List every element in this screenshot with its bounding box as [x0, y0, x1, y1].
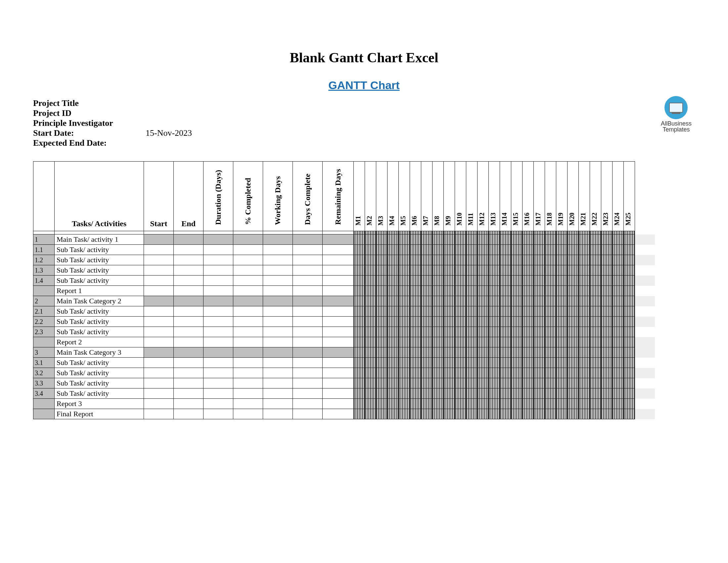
gantt-cell	[523, 275, 534, 286]
row-value	[233, 389, 263, 399]
gantt-cell	[601, 389, 613, 399]
gantt-cell	[534, 378, 545, 389]
col-month-3: M3	[376, 162, 387, 231]
gantt-cell	[478, 389, 489, 399]
row-id: 3.4	[33, 389, 55, 399]
gantt-cell	[568, 275, 579, 286]
row-value	[144, 296, 174, 306]
gantt-cell	[579, 358, 590, 368]
gantt-cell	[455, 245, 466, 255]
gantt-cell	[556, 409, 568, 419]
row-value	[204, 409, 233, 419]
gantt-cell	[556, 296, 568, 306]
row-task: Report 2	[55, 337, 144, 348]
row-value	[293, 317, 323, 327]
gantt-cell	[568, 317, 579, 327]
gantt-cell	[399, 306, 410, 317]
row-value	[323, 317, 354, 327]
gantt-cell	[444, 399, 455, 409]
gantt-cell	[466, 348, 478, 358]
gantt-cell	[432, 265, 444, 275]
row-value	[263, 409, 293, 419]
gantt-cell	[399, 327, 410, 337]
gantt-cell	[410, 286, 421, 296]
gantt-cell	[590, 317, 601, 327]
row-value	[323, 245, 354, 255]
row-value	[233, 337, 263, 348]
gantt-cell	[579, 317, 590, 327]
row-value	[174, 368, 204, 378]
row-value	[293, 245, 323, 255]
gantt-cell	[354, 296, 365, 306]
gantt-subtitle-link[interactable]: GANTT Chart	[33, 79, 695, 92]
gantt-cell	[410, 389, 421, 399]
gantt-cell	[432, 358, 444, 368]
gantt-cell	[511, 317, 523, 327]
row-value	[144, 348, 174, 358]
gantt-cell	[613, 245, 624, 255]
gantt-cell	[410, 234, 421, 245]
gantt-cell	[489, 265, 500, 275]
gantt-cell	[478, 245, 489, 255]
gantt-cell	[601, 337, 613, 348]
gantt-cell	[579, 327, 590, 337]
gantt-cell	[568, 409, 579, 419]
gantt-cell	[545, 265, 556, 275]
row-value	[293, 368, 323, 378]
gantt-cell	[534, 234, 545, 245]
gantt-cell	[432, 234, 444, 245]
gantt-cell	[410, 327, 421, 337]
gantt-cell	[354, 368, 365, 378]
gantt-cell	[399, 337, 410, 348]
gantt-cell	[466, 327, 478, 337]
row-value	[174, 306, 204, 317]
gantt-cell	[500, 327, 511, 337]
row-value	[174, 255, 204, 265]
logo-line1: AllBusiness	[661, 120, 692, 126]
gantt-cell	[500, 389, 511, 399]
gantt-cell	[444, 327, 455, 337]
gantt-cell	[500, 234, 511, 245]
table-row: 1.3Sub Task/ activity	[33, 265, 655, 275]
gantt-cell	[624, 327, 635, 337]
gantt-cell	[511, 286, 523, 296]
row-value	[293, 265, 323, 275]
gantt-cell	[376, 275, 387, 286]
gantt-cell	[387, 265, 399, 275]
gantt-cell	[556, 389, 568, 399]
gantt-cell	[466, 245, 478, 255]
gantt-cell	[511, 265, 523, 275]
gantt-cell	[534, 368, 545, 378]
gantt-cell	[365, 255, 376, 265]
gantt-cell	[399, 255, 410, 265]
gantt-cell	[410, 368, 421, 378]
meta-expected-end-label: Expected End Date:	[33, 138, 146, 148]
gantt-cell	[534, 389, 545, 399]
gantt-cell	[601, 327, 613, 337]
row-value	[293, 378, 323, 389]
gantt-cell	[466, 409, 478, 419]
gantt-cell	[444, 317, 455, 327]
row-value	[174, 265, 204, 275]
gantt-cell	[478, 378, 489, 389]
meta-project-title-label: Project Title	[33, 98, 146, 108]
gantt-cell	[601, 348, 613, 358]
gantt-cell	[590, 255, 601, 265]
table-row: 3.2Sub Task/ activity	[33, 368, 655, 378]
col-end: End	[174, 162, 204, 231]
gantt-cell	[365, 358, 376, 368]
gantt-cell	[354, 245, 365, 255]
gantt-cell	[354, 234, 365, 245]
gantt-cell	[455, 275, 466, 286]
gantt-cell	[624, 286, 635, 296]
gantt-cell	[376, 378, 387, 389]
gantt-cell	[387, 275, 399, 286]
row-value	[263, 265, 293, 275]
gantt-cell	[624, 275, 635, 286]
row-value	[204, 327, 233, 337]
gantt-cell	[534, 255, 545, 265]
gantt-cell	[489, 286, 500, 296]
gantt-cell	[466, 234, 478, 245]
gantt-cell	[421, 255, 432, 265]
row-id	[33, 409, 55, 419]
